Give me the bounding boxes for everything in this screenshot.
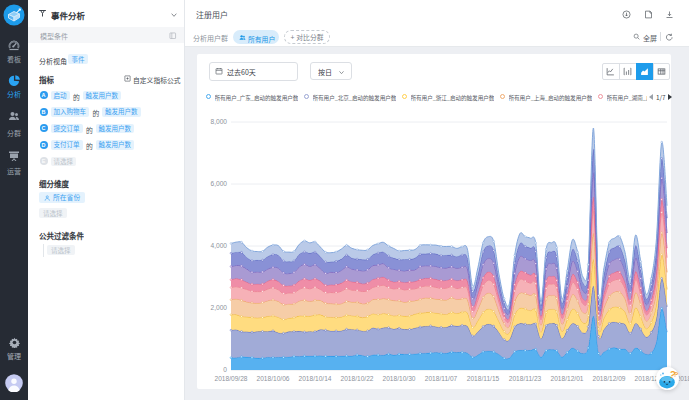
- svg-text:2018/10/30: 2018/10/30: [382, 375, 415, 382]
- svg-text:2018/11/15: 2018/11/15: [467, 375, 500, 382]
- svg-text:2018/10/06: 2018/10/06: [256, 375, 289, 382]
- svg-text:0: 0: [223, 366, 227, 373]
- svg-text:6,000: 6,000: [210, 180, 227, 187]
- svg-text:2018/10/14: 2018/10/14: [298, 375, 331, 382]
- svg-text:8,000: 8,000: [210, 118, 227, 125]
- svg-text:2018/11/07: 2018/11/07: [425, 375, 458, 382]
- svg-text:4,000: 4,000: [210, 242, 227, 249]
- svg-text:2018/11/23: 2018/11/23: [509, 375, 542, 382]
- svg-text:2018/10/22: 2018/10/22: [340, 375, 373, 382]
- svg-text:2018/09/28: 2018/09/28: [214, 375, 247, 382]
- svg-text:2018/12/01: 2018/12/01: [550, 375, 583, 382]
- svg-text:2,000: 2,000: [210, 304, 227, 311]
- svg-text:2018/12/09: 2018/12/09: [592, 375, 625, 382]
